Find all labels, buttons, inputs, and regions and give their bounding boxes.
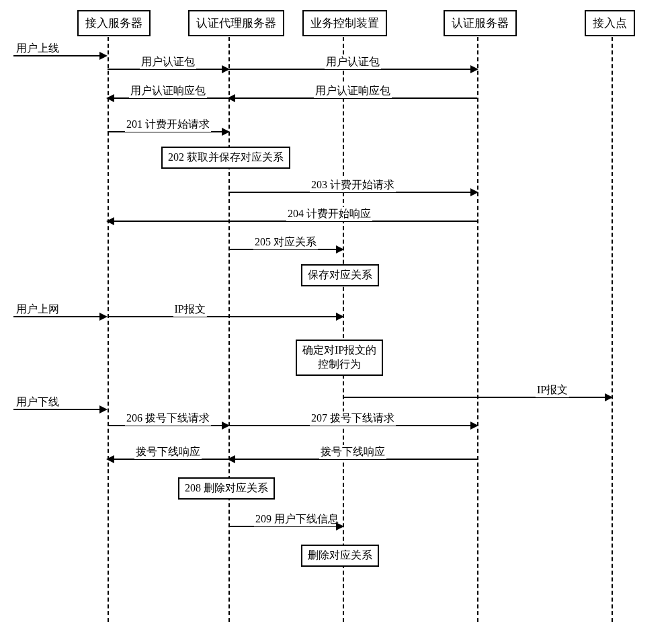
action-save-mapping: 保存对应关系 (301, 264, 379, 286)
message-label: 203 计费开始请求 (310, 178, 396, 192)
arrow-head-icon (106, 94, 114, 102)
arrow-head-icon (605, 393, 613, 401)
entry-label: 用户上线 (16, 42, 59, 56)
participant-biz-control: 业务控制装置 (302, 10, 387, 36)
lifeline-biz-control (343, 37, 344, 622)
message-label: 205 对应关系 (253, 235, 318, 249)
arrow-head-icon (99, 313, 108, 321)
message-label: 用户认证响应包 (129, 84, 207, 98)
arrow-head-icon (470, 65, 478, 73)
action-label: 202 获取并保存对应关系 (168, 151, 284, 163)
entry-label: 用户下线 (16, 395, 59, 409)
sequence-diagram: 接入服务器 认证代理服务器 业务控制装置 认证服务器 接入点 用户上线 用户认证… (7, 7, 665, 625)
msg-billing-start-req-203: 203 计费开始请求 (228, 192, 477, 193)
msg-dial-offline-req-207: 207 拨号下线请求 (228, 425, 477, 426)
lifeline-auth-proxy (228, 37, 230, 622)
participant-label: 接入服务器 (85, 17, 142, 30)
participant-access-point: 接入点 (585, 10, 635, 36)
arrow-head-icon (99, 52, 108, 60)
message-label: IP报文 (173, 303, 206, 317)
message-label: IP报文 (536, 383, 569, 397)
action-determine-ip-control: 确定对IP报文的 控制行为 (296, 340, 383, 376)
entry-user-offline: 用户下线 (13, 409, 106, 410)
message-label: 204 计费开始响应 (286, 207, 372, 221)
msg-dial-offline-resp-2: 拨号下线响应 (228, 459, 477, 460)
participant-label: 认证服务器 (452, 17, 509, 30)
action-delete-mapping: 删除对应关系 (301, 545, 379, 567)
action-get-save-mapping-202: 202 获取并保存对应关系 (161, 147, 290, 169)
message-label: 拨号下线响应 (319, 445, 386, 459)
participant-label: 业务控制装置 (310, 17, 379, 30)
arrow-head-icon (336, 313, 344, 321)
participant-access-server: 接入服务器 (77, 10, 151, 36)
lifeline-access-server (108, 37, 109, 622)
msg-dial-offline-resp-1: 拨号下线响应 (108, 459, 228, 460)
arrow-head-icon (336, 245, 344, 253)
participant-auth-proxy: 认证代理服务器 (188, 10, 284, 36)
arrow-head-icon (222, 128, 230, 136)
msg-user-auth-resp-1: 用户认证响应包 (108, 97, 228, 99)
msg-dial-offline-req-206: 206 拨号下线请求 (108, 425, 228, 426)
msg-user-auth-pkt-2: 用户认证包 (228, 69, 477, 70)
lifeline-auth-server (477, 37, 478, 622)
message-label: 用户认证包 (140, 55, 196, 69)
message-label: 209 用户下线信息 (254, 512, 340, 526)
message-label: 201 计费开始请求 (125, 118, 211, 132)
action-label: 208 删除对应关系 (185, 482, 268, 493)
message-label: 207 拨号下线请求 (310, 411, 396, 426)
action-label: 确定对IP报文的 控制行为 (302, 344, 376, 370)
arrow-head-icon (470, 188, 478, 196)
entry-label: 用户上网 (16, 303, 59, 317)
msg-user-offline-info-209: 209 用户下线信息 (228, 526, 343, 527)
message-label: 用户认证响应包 (314, 84, 392, 98)
arrow-head-icon (470, 422, 478, 430)
msg-ip-packet-1: IP报文 (108, 316, 343, 317)
message-label: 206 拨号下线请求 (125, 411, 211, 426)
msg-billing-start-resp-204: 204 计费开始响应 (108, 221, 477, 222)
msg-mapping-205: 205 对应关系 (228, 249, 343, 250)
msg-ip-packet-2: IP报文 (343, 397, 612, 398)
msg-user-auth-pkt-1: 用户认证包 (108, 69, 228, 70)
participant-label: 认证代理服务器 (196, 17, 276, 30)
msg-user-auth-resp-2: 用户认证响应包 (228, 97, 477, 99)
participant-label: 接入点 (593, 17, 627, 30)
participant-auth-server: 认证服务器 (444, 10, 517, 36)
action-label: 保存对应关系 (308, 269, 372, 280)
arrow-head-icon (106, 455, 114, 463)
arrow-head-icon (99, 405, 108, 413)
action-delete-mapping-208: 208 删除对应关系 (178, 477, 275, 500)
arrow-head-icon (106, 217, 114, 225)
lifeline-access-point (612, 37, 613, 622)
msg-billing-start-req-201: 201 计费开始请求 (108, 131, 228, 132)
message-label: 拨号下线响应 (134, 445, 202, 459)
entry-user-online: 用户上线 (13, 55, 106, 56)
message-label: 用户认证包 (325, 55, 381, 69)
arrow-head-icon (336, 522, 344, 530)
action-label: 删除对应关系 (308, 549, 372, 561)
entry-user-surf: 用户上网 (13, 316, 106, 317)
